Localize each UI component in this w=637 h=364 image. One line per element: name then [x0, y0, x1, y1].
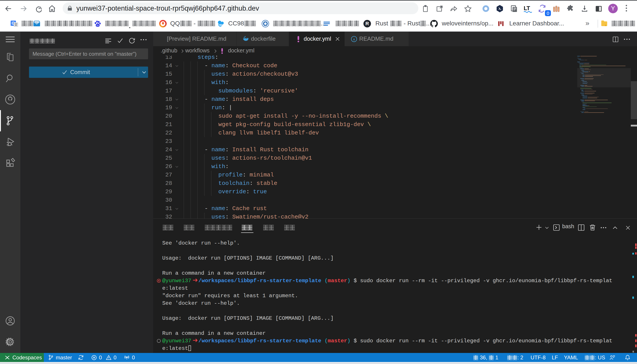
svg-text:98: 98: [219, 24, 222, 26]
svg-text:du: du: [97, 24, 99, 26]
